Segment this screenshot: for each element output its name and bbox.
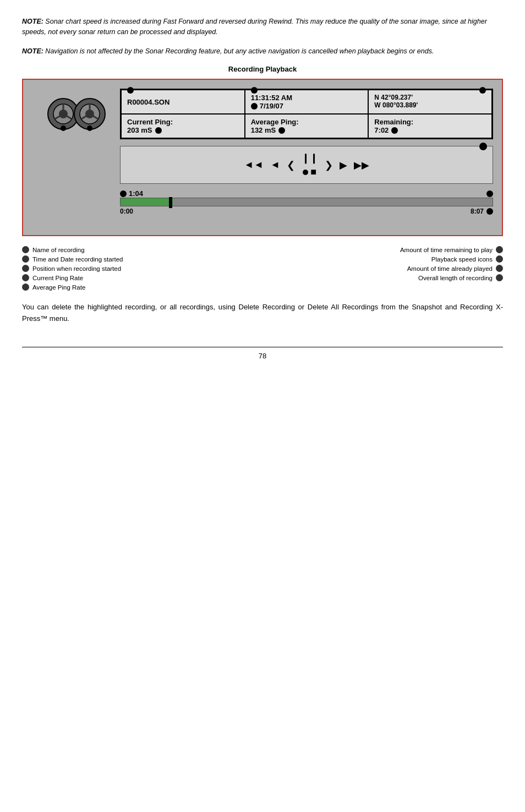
avg-ping-cell: Average Ping: 132 mS [245,114,369,138]
legend-dot-3 [22,265,29,272]
playback-controls-bar: ◄◄ ◄ ❮ ❙❙ ■ ❯ ▶ ▶▶ [120,146,493,184]
info-grid: R00004.SON 11:31:52 AM 7/19/07 N 42°09.2… [120,89,493,139]
timeline-handle[interactable] [169,197,172,208]
time-dot-indicator [251,87,258,94]
step-back-button[interactable]: ❮ [287,159,295,171]
step-fwd-button[interactable]: ❯ [325,159,333,171]
note-2: NOTE: Navigation is not affected by the … [22,46,503,57]
legend-label-4: Current Ping Rate [32,275,83,281]
legend-label-3: Position when recording started [32,265,121,272]
current-time-value: 1:04 [129,189,143,198]
time-date-cell: 11:31:52 AM 7/19/07 [245,90,369,114]
pause-stop-col: ❙❙ ■ [302,152,318,178]
position-lon: W 080°03.889' [374,101,418,109]
page-footer: 78 [22,347,503,360]
legend-dot-4 [22,274,29,281]
legend-current-ping: Current Ping Rate [22,274,123,281]
note-1-text: Sonar chart speed is increased during Fa… [22,18,487,36]
current-time-dot [120,190,127,197]
current-ping-label: Current Ping: [127,118,173,126]
play-button[interactable]: ▶ [340,159,347,171]
legend-dot-2 [22,255,29,263]
avg-ping-value: 132 mS [251,126,276,134]
legend-label-1: Name of recording [32,247,85,253]
svg-point-6 [61,126,66,131]
timeline-area: 1:04 0:00 8:07 [120,189,493,226]
legend-right: Amount of time remaining to play Playbac… [400,246,503,291]
pos-dot [479,87,486,94]
recording-name-cell: R00004.SON [121,90,245,114]
recording-playback-panel: R00004.SON 11:31:52 AM 7/19/07 N 42°09.2… [22,79,503,236]
legend-time-date: Time and Date recording started [22,255,123,263]
current-time-display: 1:04 [120,189,493,198]
time-value: 11:31:52 AM [251,94,292,102]
section-title: Recording Playback [22,65,503,73]
date-dot [251,103,258,110]
stop-button[interactable]: ■ [310,166,316,178]
legend-dot-r4 [496,274,503,281]
speed-icons-dot [479,143,487,150]
reel-area [32,89,120,139]
current-ping-cell: Current Ping: 203 mS [121,114,245,138]
current-ping-dot [155,127,162,134]
legend-dot-r3 [496,265,503,272]
legend-dot-r2 [496,255,503,263]
avg-ping-label: Average Ping: [251,118,299,126]
date-value: 7/19/07 [260,102,283,110]
legend-dot-r1 [496,246,503,253]
pause-dot [303,170,308,175]
legend-time-remaining: Amount of time remaining to play [400,246,503,253]
note-2-label: NOTE: [22,47,43,55]
top-info-row: R00004.SON 11:31:52 AM 7/19/07 N 42°09.2… [32,89,493,139]
note-1-label: NOTE: [22,18,43,25]
rewind-button[interactable]: ◄ [270,159,280,171]
legend-label-2: Time and Date recording started [32,256,123,263]
legend-overall-length: Overall length of recording [418,274,503,281]
reel-graphic [46,92,106,136]
timeline-labels: 0:00 8:07 [120,208,493,215]
fast-fwd-button[interactable]: ▶▶ [354,159,369,171]
end-time-dot [486,208,493,215]
controls-area: ◄◄ ◄ ❮ ❙❙ ■ ❯ ▶ ▶▶ [120,146,493,184]
time-played-dot [486,190,493,197]
legend-name-recording: Name of recording [22,246,123,253]
legend-label-r4: Overall length of recording [418,275,493,281]
rewind-fast-button[interactable]: ◄◄ [244,159,264,171]
legend-avg-ping: Average Ping Rate [22,284,123,291]
legend-dot-5 [22,284,29,291]
timeline-progress [121,198,173,206]
legend-label-r1: Amount of time remaining to play [400,247,493,253]
current-ping-value: 203 mS [127,126,152,134]
legend-position: Position when recording started [22,265,123,272]
remaining-value: 7:02 [374,126,389,134]
legend-section: Name of recording Time and Date recordin… [22,246,503,291]
position-cell: N 42°09.237' W 080°03.889' [368,90,492,114]
end-time: 8:07 [471,208,484,215]
legend-playback-speed: Playback speed icons [431,255,503,263]
recording-name-value: R00004.SON [127,98,169,106]
svg-point-13 [87,126,92,131]
note-2-text: Navigation is not affected by the Sonar … [43,47,434,55]
legend-left: Name of recording Time and Date recordin… [22,246,123,291]
position-lat: N 42°09.237' [374,94,413,101]
legend-label-r3: Amount of time already played [407,265,493,272]
remaining-cell: Remaining: 7:02 [368,114,492,138]
page-number: 78 [259,352,266,360]
legend-time-played: Amount of time already played [407,265,503,272]
body-paragraph: You can delete the highlighted recording… [22,302,503,325]
start-time: 0:00 [120,208,133,215]
pause-button[interactable]: ❙❙ [302,152,318,164]
note-1: NOTE: Sonar chart speed is increased dur… [22,17,503,37]
legend-dot-1 [22,246,29,253]
legend-label-5: Average Ping Rate [32,284,85,291]
name-dot [127,87,134,94]
remaining-dot [391,127,398,134]
remaining-label: Remaining: [374,118,413,126]
avg-ping-dot [278,127,285,134]
legend-label-r2: Playback speed icons [431,256,493,263]
timeline-track[interactable] [120,198,493,206]
